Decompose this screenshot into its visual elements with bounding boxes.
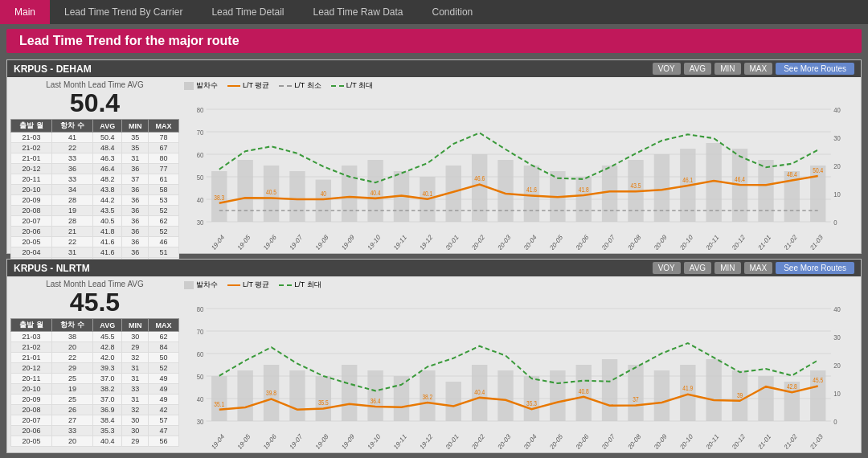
svg-text:40: 40 xyxy=(833,305,841,313)
table-row: 20-112537.03149 xyxy=(11,374,179,384)
svg-rect-102 xyxy=(394,376,409,421)
table-row: 20-092537.03149 xyxy=(11,395,179,405)
table-row: 20-043141.63651 xyxy=(11,247,179,258)
svg-text:20-08: 20-08 xyxy=(627,233,642,250)
route-body-2: Last Month Lead Time AVG 45.5 출발 월 항차 수 … xyxy=(7,276,861,452)
legend-bars-label-2: 발차수 xyxy=(196,280,218,290)
btn-min-1[interactable]: MIN xyxy=(714,63,740,75)
svg-text:35.5: 35.5 xyxy=(318,399,329,407)
svg-text:19-08: 19-08 xyxy=(315,432,330,449)
svg-text:20-04: 20-04 xyxy=(523,432,538,449)
svg-rect-104 xyxy=(446,382,461,421)
nav-raw-data[interactable]: Lead Time Raw Data xyxy=(298,0,417,24)
table-row: 20-122939.33152 xyxy=(11,363,179,374)
legend-max-2: L/T 최대 xyxy=(279,280,321,290)
svg-rect-32 xyxy=(602,166,617,222)
svg-rect-98 xyxy=(289,370,305,421)
svg-text:30: 30 xyxy=(197,417,204,426)
svg-text:19-05: 19-05 xyxy=(236,432,252,449)
svg-rect-116 xyxy=(758,376,773,421)
svg-text:19-05: 19-05 xyxy=(236,233,252,250)
col-month-1: 출발 월 xyxy=(11,120,52,133)
svg-text:50: 50 xyxy=(197,372,204,381)
chart-legend-1: 발차수 L/T 평균 L/T 최소 L/T 최대 xyxy=(184,80,858,91)
col-month-2: 출발 월 xyxy=(11,319,52,332)
svg-text:20-06: 20-06 xyxy=(575,233,590,250)
btn-max-1[interactable]: MAX xyxy=(744,63,773,75)
svg-text:41.6: 41.6 xyxy=(526,186,537,194)
svg-text:35.3: 35.3 xyxy=(526,399,537,407)
nav-detail[interactable]: Lead Time Detail xyxy=(197,0,298,24)
legend-avg-label-1: L/T 평균 xyxy=(243,80,269,91)
btn-more-routes-1[interactable]: See More Routes xyxy=(776,63,854,75)
svg-rect-112 xyxy=(654,370,669,421)
svg-text:21-03: 21-03 xyxy=(809,432,825,449)
svg-text:19-07: 19-07 xyxy=(289,233,304,250)
svg-text:40.4: 40.4 xyxy=(474,388,485,396)
svg-text:60: 60 xyxy=(197,350,204,358)
legend-avg-icon-1 xyxy=(227,85,240,87)
svg-text:30: 30 xyxy=(833,333,841,341)
legend-bars-2: 발차수 xyxy=(184,280,218,290)
legend-avg-2: L/T 평균 xyxy=(227,280,269,290)
route-body-1: Last Month Lead Time AVG 50.4 출발 월 항차 수 … xyxy=(7,77,861,253)
btn-voy-2[interactable]: VOY xyxy=(653,262,681,274)
svg-text:40: 40 xyxy=(197,395,204,403)
table-row: 21-012242.03250 xyxy=(11,353,179,363)
svg-rect-113 xyxy=(680,365,695,421)
table-row: 20-123646.43677 xyxy=(11,164,179,174)
btn-more-routes-2[interactable]: See More Routes xyxy=(776,262,854,274)
legend-bar-icon-2 xyxy=(184,281,194,289)
svg-text:43.5: 43.5 xyxy=(631,182,641,190)
table-row: 21-022042.82984 xyxy=(11,342,179,353)
svg-rect-106 xyxy=(497,370,513,421)
svg-text:20-05: 20-05 xyxy=(549,432,564,449)
col-max-2: MAX xyxy=(149,319,179,332)
left-stats-2: Last Month Lead Time AVG 45.5 출발 월 항차 수 … xyxy=(10,280,179,449)
page-title: Lead Time Trend for the major route xyxy=(6,29,862,53)
svg-text:20-09: 20-09 xyxy=(653,432,669,449)
svg-rect-27 xyxy=(472,154,487,222)
nav-carrier-trend[interactable]: Lead Time Trend By Carrier xyxy=(50,0,197,24)
svg-text:46.1: 46.1 xyxy=(682,176,693,184)
legend-min-1: L/T 최소 xyxy=(279,80,321,91)
table-row: 20-082636.93242 xyxy=(11,405,179,415)
svg-text:38.2: 38.2 xyxy=(422,393,432,401)
btn-max-2[interactable]: MAX xyxy=(744,262,773,274)
svg-text:60: 60 xyxy=(197,150,204,159)
svg-rect-20 xyxy=(289,171,305,222)
nav-condition[interactable]: Condition xyxy=(418,0,488,24)
svg-text:20-08: 20-08 xyxy=(627,432,642,449)
table-row: 20-062141.83652 xyxy=(11,227,179,237)
svg-text:20-04: 20-04 xyxy=(523,233,538,250)
btn-avg-1[interactable]: AVG xyxy=(684,63,711,75)
table-row: 20-052241.63646 xyxy=(11,237,179,247)
table-row: 20-113348.23761 xyxy=(11,174,179,185)
svg-text:80: 80 xyxy=(197,105,204,114)
legend-max-1: L/T 최대 xyxy=(331,80,373,91)
svg-text:39: 39 xyxy=(737,391,743,399)
svg-rect-111 xyxy=(628,365,643,421)
svg-text:20-10: 20-10 xyxy=(679,233,694,250)
svg-text:21-02: 21-02 xyxy=(784,432,799,449)
svg-text:40: 40 xyxy=(197,195,204,204)
svg-text:10: 10 xyxy=(833,389,841,398)
svg-text:20-01: 20-01 xyxy=(444,432,460,449)
legend-avg-label-2: L/T 평균 xyxy=(243,280,269,290)
svg-text:20-09: 20-09 xyxy=(653,233,669,250)
col-avg-1: AVG xyxy=(93,120,122,133)
svg-text:0: 0 xyxy=(833,218,837,227)
svg-text:19-12: 19-12 xyxy=(419,233,434,250)
btn-voy-1[interactable]: VOY xyxy=(653,63,681,75)
svg-text:70: 70 xyxy=(197,327,204,336)
svg-text:48.4: 48.4 xyxy=(787,171,797,179)
btn-min-2[interactable]: MIN xyxy=(714,262,740,274)
svg-rect-38 xyxy=(758,160,773,222)
route-controls-2: VOY AVG MIN MAX See More Routes xyxy=(653,262,854,274)
nav-main[interactable]: Main xyxy=(0,0,50,24)
svg-text:46.4: 46.4 xyxy=(735,175,745,183)
legend-min-icon-1 xyxy=(279,85,292,87)
btn-avg-2[interactable]: AVG xyxy=(684,262,711,274)
table-row: 20-081943.53652 xyxy=(11,206,179,216)
chart-svg-1: 30405060708001020304019-0419-0519-0619-0… xyxy=(184,92,858,250)
